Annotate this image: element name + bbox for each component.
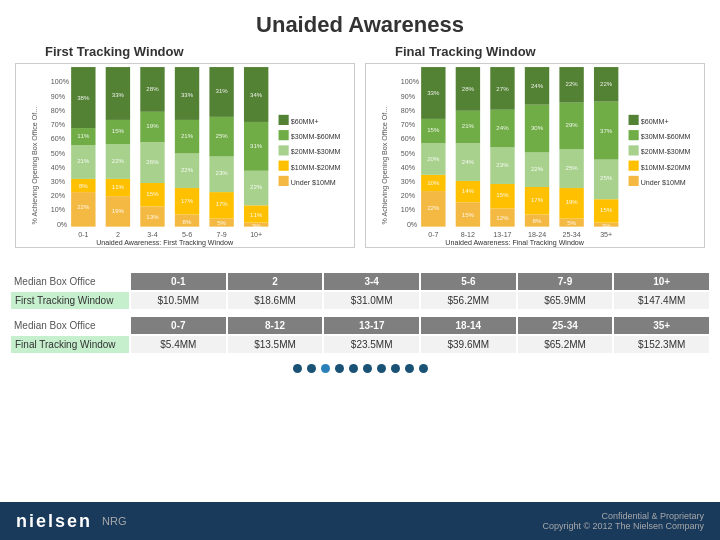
svg-text:80%: 80% (401, 107, 416, 115)
svg-text:$60MM+: $60MM+ (641, 118, 669, 126)
bar-group-0-1: 22% 8% 21% 11% 38% 0-1 (71, 67, 95, 239)
svg-text:3-4: 3-4 (147, 231, 157, 239)
first-chart-area: % Achieving Opening Box Office Of... 100… (15, 63, 355, 248)
svg-text:100%: 100% (51, 78, 70, 86)
svg-text:15%: 15% (146, 190, 159, 197)
footer-logo: nielsen (16, 511, 92, 532)
final-table-col-0: 0-7 (130, 316, 227, 335)
dot-10 (419, 364, 428, 373)
first-table-col-5: 10+ (613, 272, 710, 291)
svg-text:11%: 11% (250, 211, 263, 218)
svg-text:25-34: 25-34 (563, 231, 581, 239)
svg-text:15%: 15% (462, 211, 475, 218)
svg-text:$30MM-$60MM: $30MM-$60MM (641, 133, 691, 141)
svg-text:17%: 17% (215, 200, 228, 207)
svg-text:20%: 20% (51, 192, 66, 200)
svg-text:0%: 0% (57, 221, 68, 229)
final-table-val-5: $152.3MM (613, 335, 710, 354)
svg-text:7-9: 7-9 (216, 231, 226, 239)
svg-rect-171 (629, 145, 639, 155)
svg-text:22%: 22% (112, 157, 125, 164)
bar-group-2: 19% 11% 22% 15% 33% 2 (106, 67, 130, 239)
svg-text:12%: 12% (496, 214, 509, 221)
final-table-col-5: 35+ (613, 316, 710, 335)
svg-text:3%: 3% (602, 222, 611, 229)
svg-text:21%: 21% (462, 122, 475, 129)
svg-text:0%: 0% (407, 221, 418, 229)
svg-text:22%: 22% (565, 80, 578, 87)
bar-group-7-9: 5% 17% 23% 25% 31% 7-9 (209, 67, 233, 239)
svg-rect-167 (629, 115, 639, 125)
final-table-row-label: Final Tracking Window (10, 335, 130, 354)
svg-text:40%: 40% (51, 164, 66, 172)
svg-text:35+: 35+ (600, 231, 612, 239)
final-chart-area: % Achieving Opening Box Office Of... 100… (365, 63, 705, 248)
first-table-col-0: 0-1 (130, 272, 227, 291)
first-table-col-1: 2 (227, 272, 324, 291)
svg-text:11%: 11% (112, 183, 125, 190)
final-table-val-4: $65.2MM (517, 335, 614, 354)
svg-text:18-24: 18-24 (528, 231, 546, 239)
svg-text:21%: 21% (77, 157, 90, 164)
svg-text:80%: 80% (51, 107, 66, 115)
first-table-val-3: $56.2MM (420, 291, 517, 310)
first-table-val-5: $147.4MM (613, 291, 710, 310)
dot-8 (391, 364, 400, 373)
svg-text:15%: 15% (112, 127, 125, 134)
dot-3 (321, 364, 330, 373)
first-table-row-label: First Tracking Window (10, 291, 130, 310)
first-table-col-3: 5-6 (420, 272, 517, 291)
bar-group-10plus: 3% 11% 22% 31% 34% 10+ (244, 67, 268, 239)
svg-text:20%: 20% (427, 155, 440, 162)
bar-group-18-24: 8% 17% 22% 30% 24% 18-24 (525, 67, 549, 239)
svg-text:70%: 70% (51, 121, 66, 129)
svg-text:60%: 60% (51, 135, 66, 143)
svg-text:23%: 23% (496, 161, 509, 168)
dot-5 (349, 364, 358, 373)
svg-text:50%: 50% (51, 150, 66, 158)
dot-7 (377, 364, 386, 373)
final-table-val-2: $23.5MM (323, 335, 420, 354)
svg-text:10%: 10% (427, 179, 440, 186)
bar-group-13-17: 12% 15% 23% 24% 27% 13-17 (490, 67, 514, 239)
svg-text:% Achieving Opening Box Office: % Achieving Opening Box Office Of... (381, 107, 389, 225)
svg-text:30%: 30% (531, 124, 544, 131)
svg-text:5-6: 5-6 (182, 231, 192, 239)
svg-text:30%: 30% (51, 178, 66, 186)
svg-text:$20MM-$30MM: $20MM-$30MM (291, 148, 341, 156)
svg-text:50%: 50% (401, 150, 416, 158)
svg-text:22%: 22% (427, 204, 440, 211)
svg-text:90%: 90% (51, 93, 66, 101)
svg-text:Under $10MM: Under $10MM (641, 179, 686, 187)
first-tracking-chart-section: First Tracking Window % Achieving Openin… (15, 44, 355, 264)
svg-text:22%: 22% (600, 80, 613, 87)
svg-text:37%: 37% (600, 127, 613, 134)
dot-9 (405, 364, 414, 373)
svg-text:8%: 8% (79, 182, 88, 189)
svg-text:60%: 60% (401, 135, 416, 143)
bar-group-5-6: 8% 17% 22% 21% 33% 5-6 (175, 67, 199, 239)
svg-text:15%: 15% (600, 206, 613, 213)
svg-text:27%: 27% (496, 85, 509, 92)
svg-text:22%: 22% (531, 165, 544, 172)
dot-row (0, 360, 720, 377)
svg-text:Under $10MM: Under $10MM (291, 179, 336, 187)
svg-text:38%: 38% (77, 94, 90, 101)
svg-text:22%: 22% (77, 203, 90, 210)
svg-rect-86 (279, 176, 289, 186)
final-table-header-row: Median Box Office 0-7 8-12 13-17 18-14 2… (10, 316, 710, 335)
svg-text:28%: 28% (146, 85, 159, 92)
svg-text:90%: 90% (401, 93, 416, 101)
svg-text:8%: 8% (533, 217, 542, 224)
svg-text:34%: 34% (250, 91, 263, 98)
svg-text:$20MM-$30MM: $20MM-$30MM (641, 148, 691, 156)
bar-group-3-4: 13% 15% 26% 19% 28% 3-4 (140, 67, 164, 239)
svg-text:3%: 3% (252, 222, 261, 229)
svg-text:33%: 33% (112, 91, 125, 98)
svg-text:$60MM+: $60MM+ (291, 118, 319, 126)
final-table-val-1: $13.5MM (227, 335, 324, 354)
svg-text:25%: 25% (215, 132, 228, 139)
first-tracking-table-block: Median Box Office 0-1 2 3-4 5-6 7-9 10+ … (10, 272, 710, 310)
svg-text:0-7: 0-7 (428, 231, 438, 239)
first-table-data-row: First Tracking Window $10.5MM $18.6MM $3… (10, 291, 710, 310)
